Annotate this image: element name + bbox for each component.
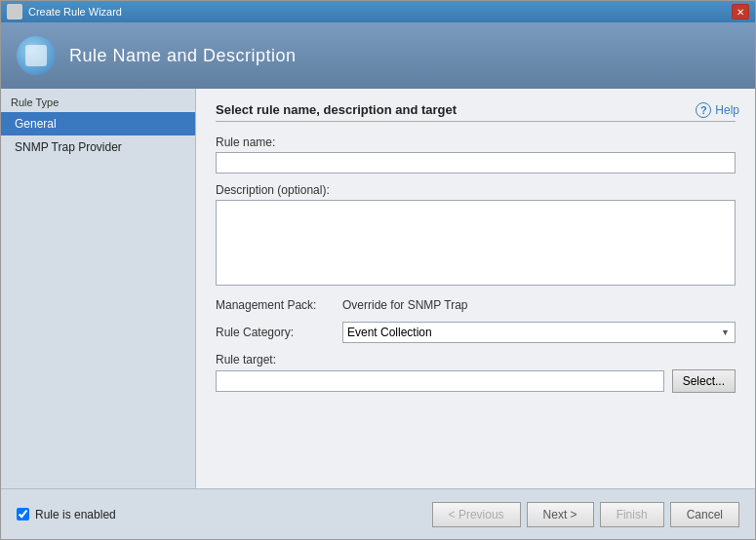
title-bar: Create Rule Wizard ✕ (1, 1, 755, 22)
header-icon (17, 36, 56, 75)
rule-name-row: Rule name: (216, 135, 736, 174)
window: Create Rule Wizard ✕ Rule Name and Descr… (0, 0, 756, 540)
rule-category-row: Rule Category: Event Collection Performa… (216, 322, 736, 343)
cancel-button[interactable]: Cancel (670, 502, 739, 527)
select-target-button[interactable]: Select... (672, 369, 736, 393)
finish-button[interactable]: Finish (600, 502, 664, 527)
rule-category-select[interactable]: Event Collection Performance Collection … (342, 322, 736, 343)
sidebar-item-snmp-trap-provider[interactable]: SNMP Trap Provider (1, 135, 195, 159)
management-pack-row: Management Pack: Override for SNMP Trap (216, 298, 736, 312)
description-label: Description (optional): (216, 183, 736, 197)
help-icon: ? (696, 102, 711, 118)
sidebar: Rule Type General SNMP Trap Provider (1, 89, 196, 488)
rule-enabled-row: Rule is enabled (17, 508, 116, 521)
window-title: Create Rule Wizard (28, 6, 732, 18)
rule-target-label: Rule target: (216, 353, 736, 366)
next-button[interactable]: Next > (527, 502, 594, 527)
rule-target-row: Rule target: Select... (216, 353, 736, 393)
header: Rule Name and Description (1, 22, 755, 89)
window-icon (7, 4, 22, 19)
management-pack-value: Override for SNMP Trap (342, 298, 467, 312)
header-title: Rule Name and Description (69, 46, 297, 66)
rule-enabled-label: Rule is enabled (35, 508, 116, 521)
rule-target-input[interactable] (216, 370, 664, 392)
description-input[interactable] (216, 200, 736, 286)
help-link[interactable]: ? Help (696, 102, 739, 118)
rule-category-wrapper: Event Collection Performance Collection … (342, 322, 736, 343)
rule-category-label: Rule Category: (216, 326, 342, 339)
rule-name-input[interactable] (216, 152, 736, 174)
content-area: Rule Type General SNMP Trap Provider ? H… (1, 89, 755, 488)
target-input-row: Select... (216, 369, 736, 393)
rule-name-label: Rule name: (216, 135, 736, 149)
previous-button[interactable]: < Previous (432, 502, 521, 527)
main-panel: ? Help Select rule name, description and… (196, 89, 755, 488)
rule-enabled-checkbox[interactable] (17, 508, 29, 521)
description-row: Description (optional): (216, 183, 736, 289)
nav-buttons: < Previous Next > Finish Cancel (432, 502, 739, 527)
bottom-bar: Rule is enabled < Previous Next > Finish… (1, 488, 755, 539)
sidebar-section-label: Rule Type (1, 89, 195, 112)
window-controls: ✕ (732, 4, 749, 19)
close-button[interactable]: ✕ (732, 4, 749, 19)
management-pack-label: Management Pack: (216, 298, 342, 312)
section-title: Select rule name, description and target (216, 102, 736, 122)
sidebar-item-general[interactable]: General (1, 112, 195, 135)
header-icon-inner (25, 45, 47, 66)
